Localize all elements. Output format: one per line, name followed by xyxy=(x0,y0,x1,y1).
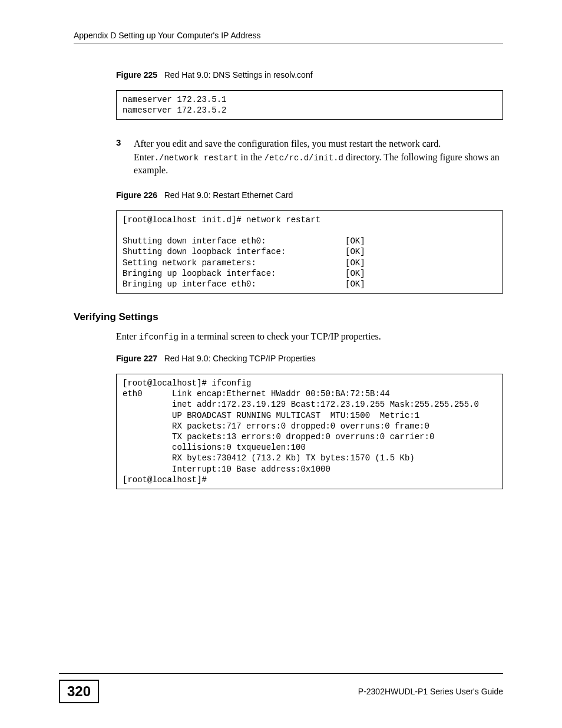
figure-227-label: Figure 227 xyxy=(116,354,157,363)
step-3-path: /etc/rc.d/init.d xyxy=(264,153,343,163)
step-3-cmd: ./network restart xyxy=(154,153,239,163)
footer-rule xyxy=(59,673,503,674)
verifying-para: Enter ifconfig in a terminal screen to c… xyxy=(116,331,503,342)
figure-225-caption: Figure 225 Red Hat 9.0: DNS Settings in … xyxy=(116,70,503,80)
verifying-para-before: Enter xyxy=(116,331,139,341)
header-rule xyxy=(74,44,503,44)
figure-226-code: [root@localhost init.d]# network restart… xyxy=(116,210,503,294)
verifying-para-after: in a terminal screen to check your TCP/I… xyxy=(178,331,381,341)
page-number: 320 xyxy=(59,680,99,703)
verifying-settings-heading: Verifying Settings xyxy=(74,311,503,323)
figure-226-label: Figure 226 xyxy=(116,190,157,200)
figure-225-label: Figure 225 xyxy=(116,70,157,80)
figure-227-title: Red Hat 9.0: Checking TCP/IP Properties xyxy=(164,354,316,363)
figure-227-code: [root@localhost]# ifconfig eth0 Link enc… xyxy=(116,374,503,489)
step-3-number: 3 xyxy=(116,137,134,177)
figure-226-title: Red Hat 9.0: Restart Ethernet Card xyxy=(164,190,293,200)
step-3-text-mid: in the xyxy=(238,152,264,162)
verifying-cmd: ifconfig xyxy=(139,332,178,342)
step-3: 3 After you edit and save the configurat… xyxy=(116,137,503,177)
footer-guide-name: P-2302HWUDL-P1 Series User's Guide xyxy=(358,687,503,696)
figure-225-title: Red Hat 9.0: DNS Settings in resolv.conf xyxy=(164,70,313,80)
figure-227-caption: Figure 227 Red Hat 9.0: Checking TCP/IP … xyxy=(116,354,503,363)
figure-226-caption: Figure 226 Red Hat 9.0: Restart Ethernet… xyxy=(116,190,503,200)
figure-225-code: nameserver 172.23.5.1 nameserver 172.23.… xyxy=(116,90,503,120)
page-header: Appendix D Setting up Your Computer's IP… xyxy=(74,31,503,40)
page-footer: 320 P-2302HWUDL-P1 Series User's Guide xyxy=(59,673,503,703)
step-3-text: After you edit and save the configuratio… xyxy=(134,137,503,177)
